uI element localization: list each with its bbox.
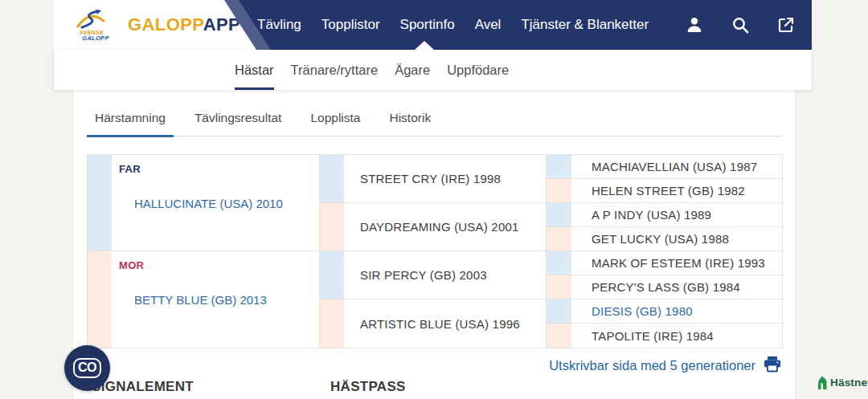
mor-label: MOR [119,259,144,271]
subnav-item-uppfodare[interactable]: Uppfödare [447,50,509,90]
great-grandparent-cell: HELEN STREET (GB) 1982 [571,179,784,203]
grandparent-cell: DAYDREAMING (USA) 2001 [344,203,547,251]
app-title: GALOPPAPP [128,14,240,35]
subnav-bar: Hästar Tränare/ryttare Ägare Uppfödare [54,50,812,90]
hastpass-heading: HÄSTPASS [330,379,406,395]
app-title-galopp: GALOPP [128,14,203,35]
great-grandparent-strip [547,299,571,324]
grandparent-cell: STREET CRY (IRE) 1998 [344,155,547,203]
great-grandparent-strip [547,251,571,275]
far-strip [88,155,112,251]
pedigree-table: FAR HALLUCINATE (USA) 2010 MOR BETTY BLU… [87,154,783,348]
mor-cell: MOR BETTY BLUE (GB) 2013 [112,251,320,348]
main-nav: Tävling Topplistor Sportinfo Avel Tjänst… [257,0,649,50]
great-grandparent-cell: MARK OF ESTEEM (IRE) 1993 [571,251,784,275]
printable-page-link[interactable]: Utskrivbar sida med 5 generationer [549,356,781,376]
svensk-galopp-logo[interactable]: SVENSK GALOPP [67,9,117,42]
great-grandparent-strip [547,227,571,251]
user-icon[interactable] [685,15,704,35]
app-title-app: APP [203,14,240,35]
nav-item-avel[interactable]: Avel [475,0,502,50]
subnav-items: Hästar Tränare/ryttare Ägare Uppfödare [235,50,509,90]
horse-head-icon [817,376,827,389]
far-label: FAR [119,163,141,175]
great-grandparent-cell: A P INDY (USA) 1989 [571,203,784,227]
nav-item-tavling[interactable]: Tävling [257,0,301,50]
nav-item-tjanster[interactable]: Tjänster & Blanketter [521,0,649,50]
great-grandparent-strip [547,275,571,299]
great-grandparent-strip [547,179,571,203]
far-cell: FAR HALLUCINATE (USA) 2010 [112,155,320,251]
tabs-row: Härstamning Tävlingsresultat Lopplista H… [87,100,781,136]
grandparent-strip [320,251,344,299]
grandparent-strip [320,203,344,251]
nav-item-topplistor[interactable]: Topplistor [321,0,380,50]
subnav-item-tranare-ryttare[interactable]: Tränare/ryttare [291,50,379,90]
great-grandparent-cell: MACHIAVELLIAN (USA) 1987 [571,155,784,179]
mor-name-link[interactable]: BETTY BLUE (GB) 2013 [134,293,267,307]
printable-page-label[interactable]: Utskrivbar sida med 5 generationer [549,358,755,373]
subnav-item-agare[interactable]: Ägare [395,50,430,90]
content-panel: Härstamning Tävlingsresultat Lopplista H… [72,90,796,399]
cookie-consent-label: CO [73,358,101,378]
great-grandparent-strip [547,155,571,179]
great-grandparent-cell: TAPOLITE (IRE) 1984 [571,324,784,348]
great-grandparent-link[interactable]: DIESIS (GB) 1980 [571,299,784,324]
hastnet-label: Hästnet [830,377,868,389]
cookie-consent-button[interactable]: CO [64,345,110,391]
mor-strip [88,251,112,348]
great-grandparent-strip [547,203,571,227]
tab-historik[interactable]: Historik [381,100,439,136]
great-grandparent-strip [547,324,571,348]
horse-swoosh-icon [75,9,108,30]
great-grandparent-cell: GET LUCKY (USA) 1988 [571,227,784,251]
grandparent-cell: SIR PERCY (GB) 2003 [344,251,547,299]
tab-tavlingsresultat[interactable]: Tävlingsresultat [186,100,290,136]
hastnet-logo[interactable]: Hästnet [817,376,868,389]
far-name-link[interactable]: HALLUCINATE (USA) 2010 [134,196,283,210]
grandparent-strip [320,299,344,348]
signalement-heading: SIGNALEMENT [92,379,194,395]
grandparent-strip [320,155,344,203]
logo-text-galopp: GALOPP [82,35,108,42]
tab-lopplista[interactable]: Lopplista [302,100,368,136]
tab-harstamning[interactable]: Härstamning [87,100,174,137]
header-icons [685,0,796,50]
printer-icon[interactable] [764,356,781,376]
search-icon[interactable] [731,15,750,35]
grandparent-cell: ARTISTIC BLUE (USA) 1996 [344,299,547,348]
active-nav-caret [415,41,434,50]
subnav-item-hastar[interactable]: Hästar [235,50,274,90]
header-bar: SVENSK GALOPP GALOPPAPP Tävling Topplist… [54,0,812,50]
great-grandparent-cell: PERCY'S LASS (GB) 1984 [571,275,784,299]
external-link-icon[interactable] [776,15,796,35]
